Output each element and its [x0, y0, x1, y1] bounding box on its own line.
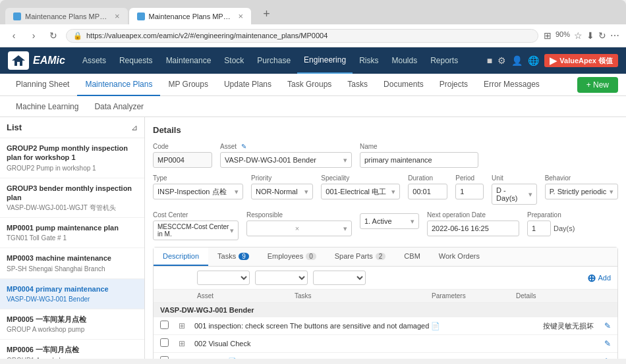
form-group-nextop: Next operation Date 2022-06-16 16:25 [427, 211, 519, 236]
behavior-label: Behavior [545, 174, 618, 182]
add-button[interactable]: ⊕ Add [587, 272, 611, 284]
list-item[interactable]: GROUP2 Pump monthly inspection plan for … [0, 138, 144, 178]
form-row-2: Type INSP-Inspection 点检 ▾ Priority NOR-N… [153, 174, 618, 205]
subnav-errormessages[interactable]: Error Messages [476, 74, 548, 96]
forward-button[interactable]: › [26, 28, 41, 43]
nav-item-maintenance[interactable]: Maintenance [159, 47, 218, 74]
nav-item-requests[interactable]: Requests [113, 47, 159, 74]
prep-field[interactable]: 1 [527, 221, 551, 236]
subnav2-machinelearning[interactable]: Machine Learning [8, 96, 86, 117]
globe-icon[interactable]: 🌐 [528, 55, 539, 66]
unit-field[interactable]: D - Day(s) ▾ [492, 184, 537, 205]
asset-value: VASP-DW-WGJ-001 Bender [225, 156, 316, 164]
refresh-button[interactable]: ↻ [46, 28, 61, 43]
tab-spareparts[interactable]: Spare Parts 2 [326, 247, 395, 266]
refresh2-icon[interactable]: ↻ [598, 30, 606, 41]
user-icon[interactable]: 👤 [511, 55, 523, 66]
filter-icon[interactable]: ⊿ [131, 123, 138, 132]
priority-field[interactable]: NOR-Normal ▾ [251, 184, 313, 199]
row-edit-3[interactable]: ✎ [604, 357, 611, 359]
responsible-field[interactable]: × ▾ [246, 221, 352, 236]
brand-badge: ▶ ValueApex 领值 [544, 54, 618, 67]
gear-icon[interactable]: ⚙ [498, 55, 506, 66]
plus-icon: ⊕ [587, 272, 596, 284]
tab-employees[interactable]: Employees 0 [258, 247, 326, 266]
new-tab-button[interactable]: + [252, 4, 281, 24]
type-field[interactable]: INSP-Inspection 点检 ▾ [153, 184, 243, 199]
qr-icon[interactable]: ⊞ [544, 30, 552, 41]
nav-item-moulds[interactable]: Moulds [385, 47, 424, 74]
table-row: ⊞ 001 inspection: check screen The butto… [154, 317, 617, 335]
behavior-field[interactable]: P. Strictly periodic ▾ [545, 184, 618, 199]
toolbar-actions: ⊞ 90% ☆ ⬇ ↻ ⋯ [544, 30, 619, 41]
list-header: List ⊿ [0, 117, 144, 138]
nextop-field[interactable]: 2022-06-16 16:25 [427, 221, 519, 236]
list-item[interactable]: MP0001 pump maintenance plan TGN01 Toll … [0, 218, 144, 248]
parameters-filter-dropdown[interactable] [313, 271, 366, 285]
subnav-tasks[interactable]: Tasks [339, 74, 376, 96]
asset-edit-icon[interactable]: ✎ [241, 143, 246, 150]
checkbox-2[interactable] [160, 338, 169, 347]
checkbox-3[interactable] [160, 356, 169, 359]
subnav-documents[interactable]: Documents [376, 74, 432, 96]
logo-icon [8, 51, 29, 70]
code-value: MP0004 [157, 156, 185, 164]
name-field[interactable]: primary maintenance [360, 152, 478, 168]
tab-close-1[interactable]: × [115, 11, 120, 21]
asset-field[interactable]: VASP-DW-WGJ-001 Bender ▾ [220, 152, 352, 168]
list-item-title: MP0004 primary maintenance [7, 284, 138, 294]
list-item[interactable]: GROUP3 bender monthly inspection plan VA… [0, 178, 144, 219]
list-item[interactable]: MP0003 machine maintenance SP-SH Shengai… [0, 248, 144, 278]
nav-item-assets[interactable]: Assets [76, 47, 113, 74]
tab-close-2[interactable]: × [239, 11, 244, 21]
nav-item-stock[interactable]: Stock [217, 47, 250, 74]
subnav-mpgroups[interactable]: MP Groups [160, 74, 215, 96]
menu-icon[interactable]: ⋯ [610, 30, 619, 41]
subnav-maintplans[interactable]: Maintenance Plans [77, 74, 160, 96]
tab-workorders[interactable]: Work Orders [430, 247, 489, 266]
tab-employees-badge: 0 [306, 253, 316, 260]
row-edit-1[interactable]: ✎ [604, 321, 611, 330]
row-checkbox-1[interactable] [160, 321, 173, 331]
tab-description[interactable]: Description [154, 247, 208, 266]
tabs-header: Description Tasks 9 Employees 0 Spare Pa… [154, 247, 617, 267]
nav-item-engineering[interactable]: Engineering [297, 47, 353, 74]
list-item-active[interactable]: MP0004 primary maintenance VASP-DW-WGJ-0… [0, 279, 144, 309]
list-item[interactable]: MP0005 一车间某月点检 GROUP A workshop pump [0, 309, 144, 340]
download-icon[interactable]: ⬇ [586, 30, 594, 41]
responsible-clear-icon[interactable]: × [295, 224, 299, 232]
tasks-filter-dropdown[interactable] [255, 271, 308, 285]
list-item[interactable]: MP0006 一车间月点检 GROUP1 A workshop [0, 340, 144, 359]
subnav-updateplans[interactable]: Update Plans [216, 74, 279, 96]
browser-tabs: Maintenance Plans MP0003 × Maintenance P… [0, 0, 626, 24]
row-checkbox-3[interactable] [160, 356, 173, 359]
checkbox-1[interactable] [160, 321, 169, 329]
nav-item-purchase[interactable]: Purchase [250, 47, 297, 74]
tab-cbm[interactable]: CBM [395, 247, 429, 266]
browser-tab-2[interactable]: Maintenance Plans MP0004 × [129, 8, 252, 24]
star-icon[interactable]: ☆ [574, 30, 583, 41]
subnav-projects[interactable]: Projects [432, 74, 476, 96]
back-button[interactable]: ‹ [7, 28, 21, 43]
period-field[interactable]: 1 [455, 184, 484, 199]
browser-tab-1[interactable]: Maintenance Plans MP0003 × [5, 8, 128, 24]
subnav-planning[interactable]: Planning Sheet [8, 74, 77, 96]
specialty-field[interactable]: 001-Electrical 电工 ▾ [321, 184, 400, 199]
asset-filter-dropdown[interactable] [197, 271, 250, 285]
row-checkbox-2[interactable] [160, 338, 173, 349]
status-field[interactable]: 1. Active ▾ [360, 213, 419, 229]
nav-item-reports[interactable]: Reports [424, 47, 465, 74]
subnav2-dataanalyzer[interactable]: Data Analyzer [86, 96, 152, 117]
row-edit-2[interactable]: ✎ [604, 339, 611, 348]
type-dropdown-icon: ▾ [235, 188, 239, 196]
subnav-taskgroups[interactable]: Task Groups [279, 74, 339, 96]
tab-tasks[interactable]: Tasks 9 [208, 247, 258, 266]
address-bar[interactable]: 🔒 https://valueapex.com/eamic/v2/#/engin… [66, 29, 538, 43]
costcenter-value: MESCCCM-Cost Center in M. [157, 223, 230, 238]
new-button[interactable]: + New [577, 77, 618, 93]
unit-dropdown-icon: ▾ [528, 190, 532, 199]
bell-icon[interactable]: ■ [487, 55, 492, 66]
nav-item-risks[interactable]: Risks [353, 47, 385, 74]
costcenter-field[interactable]: MESCCCM-Cost Center in M. ▾ [153, 221, 239, 240]
duration-field[interactable]: 00:01 [408, 184, 447, 199]
